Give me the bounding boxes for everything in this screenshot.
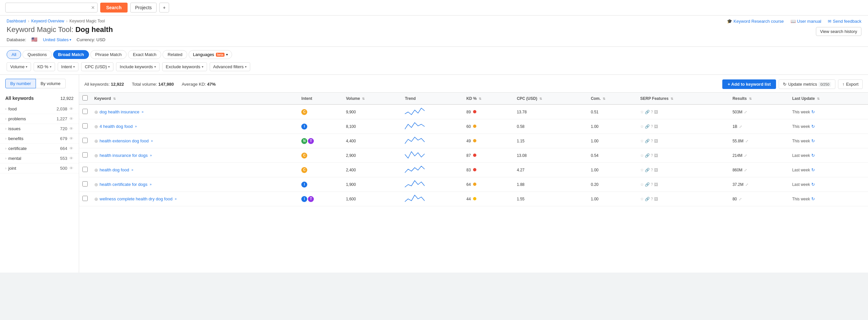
sidebar-item[interactable]: › issues 720 👁 [0, 124, 79, 134]
by-number-button[interactable]: By number [5, 79, 36, 88]
tab-all[interactable]: All [7, 50, 21, 59]
volume-filter[interactable]: Volume ▾ [7, 62, 31, 71]
keyword-link[interactable]: dog health insurance [99, 109, 140, 114]
sidebar-item[interactable]: › mental 553 👁 [0, 154, 79, 163]
send-feedback-link[interactable]: ✉ Send feedback [828, 19, 861, 24]
row-checkbox[interactable] [83, 138, 88, 143]
search-button[interactable]: Search [100, 3, 128, 12]
td-intent: C [298, 104, 343, 119]
add-keyword-icon[interactable]: ⊕ [94, 167, 98, 173]
row-checkbox[interactable] [83, 109, 88, 114]
eye-icon[interactable]: 👁 [69, 166, 73, 171]
refresh-icon[interactable]: ↻ [811, 153, 815, 158]
sidebar-item-count: 720 [60, 126, 67, 131]
view-history-button[interactable]: View search history [816, 27, 861, 36]
breadcrumb-dashboard[interactable]: Dashboard [7, 19, 26, 23]
expand-arrows-icon[interactable]: » [131, 168, 133, 172]
include-keywords-filter[interactable]: Include keywords ▾ [116, 62, 159, 71]
expand-arrows-icon[interactable]: » [142, 110, 144, 114]
eye-icon[interactable]: 👁 [69, 156, 73, 161]
trend-sparkline [405, 107, 425, 115]
keyword-link[interactable]: health extension dog food [99, 138, 149, 143]
expand-arrows-icon[interactable]: » [150, 154, 152, 157]
advanced-filters-button[interactable]: Advanced filters ▾ [210, 62, 251, 71]
page-title: Keyword Magic Tool: Dog health [7, 25, 113, 34]
row-checkbox[interactable] [83, 152, 88, 158]
keyword-link[interactable]: health insurance for dogs [99, 153, 148, 158]
expand-arrows-icon[interactable]: » [150, 183, 152, 186]
sidebar-item-count: 679 [60, 136, 67, 141]
refresh-icon[interactable]: ↻ [811, 109, 815, 114]
sort-icon: ⇅ [817, 97, 819, 100]
expand-arrows-icon[interactable]: » [135, 125, 137, 128]
beta-badge: beta [216, 53, 225, 57]
sidebar-item[interactable]: › joint 500 👁 [0, 163, 79, 173]
star-icon: ☆ [640, 139, 644, 143]
tab-related[interactable]: Related [162, 50, 187, 59]
kd-filter[interactable]: KD % ▾ [34, 62, 55, 71]
user-manual-link[interactable]: 📖 User manual [790, 19, 822, 24]
refresh-icon[interactable]: ↻ [811, 124, 815, 129]
refresh-icon[interactable]: ↻ [811, 167, 815, 172]
sidebar-item[interactable]: › certificate 664 👁 [0, 144, 79, 154]
add-keyword-icon[interactable]: ⊕ [94, 109, 98, 115]
refresh-icon[interactable]: ↻ [811, 138, 815, 143]
db-country-link[interactable]: United States ▾ [43, 37, 71, 42]
exclude-keywords-filter[interactable]: Exclude keywords ▾ [162, 62, 207, 71]
keyword-course-link[interactable]: 🎓 Keyword Research course [727, 19, 784, 24]
row-checkbox[interactable] [83, 181, 88, 187]
tab-questions[interactable]: Questions [23, 50, 52, 59]
row-checkbox[interactable] [83, 196, 88, 201]
refresh-icon[interactable]: ↻ [811, 182, 815, 187]
eye-icon[interactable]: 👁 [69, 116, 73, 121]
cpc-filter[interactable]: CPC (USD) ▾ [81, 62, 114, 71]
by-volume-button[interactable]: By volume [36, 79, 66, 88]
tab-broad-match[interactable]: Broad Match [53, 50, 89, 59]
sidebar-item[interactable]: › benefits 679 👁 [0, 134, 79, 144]
keyword-link[interactable]: health certificate for dogs [99, 182, 147, 187]
projects-button[interactable]: Projects [130, 3, 157, 12]
refresh-icon[interactable]: ↻ [811, 196, 815, 201]
image-icon: 🖼 [654, 168, 658, 172]
sort-icon: ⇅ [539, 97, 542, 100]
intent-filter[interactable]: Intent ▾ [58, 62, 79, 71]
export-button[interactable]: ↑ Export [838, 79, 863, 89]
tab-phrase-match[interactable]: Phrase Match [90, 50, 127, 59]
keyword-link[interactable]: health dog food [99, 167, 129, 172]
add-keyword-icon[interactable]: ⊕ [94, 153, 98, 158]
sidebar-item[interactable]: › food 2,038 👁 [0, 104, 79, 114]
languages-button[interactable]: Languages beta ▾ [189, 50, 232, 59]
clear-icon[interactable]: ✕ [91, 5, 95, 10]
expand-arrows-icon[interactable]: » [151, 139, 153, 143]
search-input[interactable]: Dog health [5, 3, 98, 12]
add-keyword-icon[interactable]: ⊕ [94, 138, 98, 144]
keyword-link[interactable]: 4 health dog food [99, 124, 132, 129]
add-keyword-icon[interactable]: ⊕ [94, 124, 98, 129]
eye-icon[interactable]: 👁 [69, 106, 73, 111]
td-kd: 64 [463, 177, 514, 192]
th-intent: Intent [298, 93, 343, 104]
add-keyword-icon[interactable]: ⊕ [94, 196, 98, 202]
sidebar-item[interactable]: › problems 1,227 👁 [0, 114, 79, 124]
question-icon: ? [651, 124, 653, 129]
add-to-keyword-list-button[interactable]: + Add to keyword list [722, 79, 776, 89]
eye-icon[interactable]: 👁 [69, 146, 73, 151]
chevron-right-icon: › [5, 127, 6, 130]
row-checkbox[interactable] [83, 167, 88, 172]
update-metrics-button[interactable]: ↻ Update metrics 0/250 [779, 79, 835, 89]
td-keyword: ⊕ health certificate for dogs » [91, 177, 298, 192]
add-keyword-icon[interactable]: ⊕ [94, 182, 98, 187]
row-checkbox[interactable] [83, 123, 88, 129]
eye-icon[interactable]: 👁 [69, 136, 73, 141]
td-com: 1.00 [587, 134, 637, 148]
add-project-button[interactable]: + [159, 3, 169, 12]
td-results: 80 ⤢ [729, 192, 789, 206]
expand-arrows-icon[interactable]: » [175, 197, 177, 201]
select-all-checkbox[interactable] [83, 95, 88, 100]
keyword-link[interactable]: wellness complete health dry dog food [99, 196, 173, 201]
td-results: 55.8M ⤢ [729, 134, 789, 148]
eye-icon[interactable]: 👁 [69, 126, 73, 131]
caret-icon: ▾ [73, 65, 75, 69]
breadcrumb-keyword-overview[interactable]: Keyword Overview [31, 19, 64, 23]
tab-exact-match[interactable]: Exact Match [128, 50, 161, 59]
